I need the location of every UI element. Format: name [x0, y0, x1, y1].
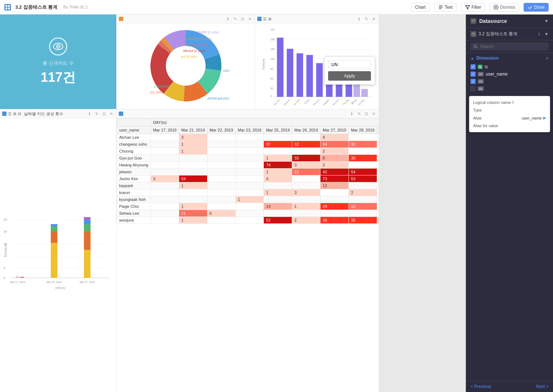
svg-text:wonjune: wonjune [282, 98, 291, 105]
table-icon: ⊞ [268, 17, 271, 21]
text-btn-label: Text [445, 5, 453, 10]
alias-value: user_name ▶ [522, 116, 546, 120]
text-button[interactable]: Text [434, 3, 457, 12]
svg-text:0: 0 [270, 94, 272, 98]
apply-button[interactable]: Apply [328, 71, 371, 81]
cell [207, 217, 235, 224]
bar-large-panel: ☰ ⊞ ℹ ✎ ✕ 210 180 150 120 [255, 15, 379, 109]
info-icon[interactable]: ℹ [225, 16, 231, 22]
type-section: Type [473, 108, 546, 113]
expand-icon[interactable]: ⊡ [239, 16, 245, 22]
cell [264, 210, 292, 217]
svg-text:Jooho Kim: Jooho Kim [271, 98, 280, 105]
expand-icon[interactable]: ⊡ [101, 111, 107, 117]
cell [348, 210, 377, 217]
col-mar17: Mar 17, 2019 [151, 126, 179, 134]
prev-button[interactable]: < Previous [471, 384, 491, 389]
svg-rect-77 [51, 243, 57, 278]
close-icon[interactable]: ✕ [108, 111, 114, 117]
svg-text:25: 25 [4, 218, 7, 221]
cell [377, 210, 379, 217]
cell: 1 [264, 189, 292, 196]
edit-icon[interactable]: ✎ [363, 16, 369, 22]
info-icon[interactable]: ℹ [86, 111, 92, 117]
field-type-ab: ab [478, 86, 484, 91]
col-mar29: Mar 29, 20 [377, 126, 379, 134]
info-icon[interactable]: ℹ [536, 31, 542, 37]
table-row: Hwang Ahyoung 74 3 2 [117, 162, 379, 169]
chart-button[interactable]: Chart [411, 3, 429, 12]
close-icon[interactable]: ✕ [247, 16, 253, 22]
dimension-section-header[interactable]: ▲ Dimension + [471, 55, 549, 61]
filter-button[interactable]: Filter [461, 3, 485, 12]
next-button[interactable]: Next > [536, 384, 549, 389]
table-row: Paige Choi 1 14 1 24 12 [117, 203, 379, 210]
cell [320, 210, 349, 217]
field-item-ts: ✓ ts ts [471, 63, 549, 70]
table-icon: ⊞ [13, 112, 16, 116]
info-icon[interactable]: ℹ [349, 111, 355, 117]
table-scroll[interactable]: DAY(ts) user_name Mar 17, 2019 Mar 21, 2… [117, 118, 379, 391]
add-dimension-button[interactable]: + [546, 55, 549, 61]
expand-icon[interactable]: ▼ [544, 32, 549, 37]
search-input[interactable] [480, 44, 546, 49]
dismiss-button[interactable]: Dismiss [489, 3, 519, 12]
svg-rect-76 [20, 277, 24, 278]
edit-icon[interactable]: ✎ [94, 111, 100, 117]
field-check[interactable]: ✓ [471, 79, 476, 84]
table-row: Gyo-jun Goo 1 55 8 30 [117, 155, 379, 162]
cell [151, 182, 179, 189]
cell [235, 141, 264, 148]
col-mar21: Mar 21, 2019 [179, 126, 207, 134]
cell [377, 148, 379, 155]
cell: 32 [348, 217, 377, 224]
cell [207, 162, 235, 169]
field-check-empty[interactable] [471, 86, 476, 91]
cell: 30 [348, 155, 377, 162]
cell [377, 203, 379, 210]
panel-tag [119, 112, 123, 116]
chevron-down-icon[interactable]: ▼ [544, 19, 549, 24]
main-layout: 총 신규카드 수 117건 ℹ ✎ ⊡ ✕ [0, 15, 553, 392]
table-row: jekwon 1 21 42 54 [117, 169, 379, 175]
close-icon[interactable]: ✕ [371, 111, 376, 117]
svg-rect-44 [306, 55, 313, 97]
bar-small-svg: 25 20 15 10 5 0 SUM(cnt) [3, 121, 113, 388]
cell [207, 169, 235, 175]
cell: 1 [264, 169, 292, 175]
field-check[interactable]: ✓ [471, 72, 476, 77]
cell [377, 162, 379, 169]
svg-text:entToCard (16.09%): entToCard (16.09%) [207, 97, 229, 100]
cell: 37 [264, 141, 292, 148]
svg-text:OTHER (3.11%): OTHER (3.11%) [195, 31, 219, 34]
edit-icon[interactable]: ✎ [232, 16, 238, 22]
alias-for-value-section: Alias for value [473, 123, 546, 128]
svg-text:(11.15%): (11.15%) [150, 90, 163, 94]
cell [179, 169, 207, 175]
cell: 24 [320, 203, 349, 210]
cell: 2 [320, 162, 349, 169]
svg-text:Mar 25, 2019: Mar 25, 2019 [47, 281, 62, 284]
close-icon[interactable]: ✕ [371, 16, 376, 22]
bar-chart-large: 210 180 150 120 90 60 30 0 [255, 24, 379, 108]
svg-text:3Board (2.14%): 3Board (2.14%) [183, 49, 205, 53]
svg-rect-79 [51, 226, 57, 231]
cell-name: Jooho Kim [117, 175, 151, 182]
edit-icon[interactable]: ✎ [356, 111, 362, 117]
svg-text:150: 150 [270, 48, 275, 51]
cell [151, 162, 179, 169]
cell [377, 189, 379, 196]
expand-icon[interactable]: ⊡ [363, 111, 369, 117]
rp-datasource: 3.2 집중테스트 통계 ℹ ▼ [466, 28, 553, 40]
filter-input[interactable] [328, 60, 371, 69]
cell [264, 148, 292, 155]
cell: 2 [292, 217, 320, 224]
col-mar25: Mar 25, 2019 [264, 126, 292, 134]
info-icon[interactable]: ℹ [356, 16, 362, 22]
cell [292, 182, 320, 189]
cell [348, 196, 377, 203]
svg-rect-85 [84, 217, 90, 219]
field-type-ab: ab [478, 79, 484, 84]
field-check[interactable]: ✓ [471, 64, 476, 69]
done-button[interactable]: Done [524, 3, 549, 12]
